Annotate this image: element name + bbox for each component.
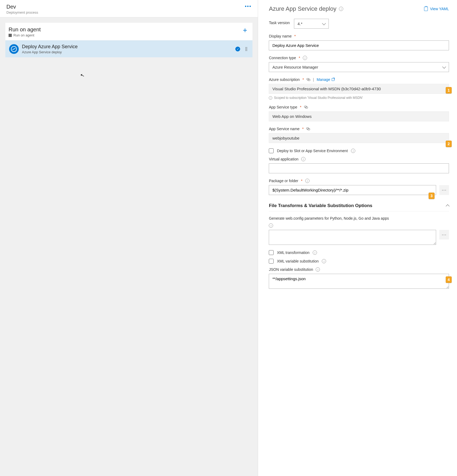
info-icon[interactable]: i <box>322 259 326 263</box>
display-name-label: Display name* <box>269 34 449 38</box>
xml-varsub-label: XML variable substitution <box>277 259 319 263</box>
clipboard-icon <box>424 7 428 11</box>
task-list: Run on agent Run on agent + Deploy Azure… <box>0 17 258 476</box>
webconfig-input[interactable] <box>269 230 436 245</box>
info-icon: i <box>269 96 272 100</box>
annotation-badge-3: 3 <box>429 193 435 199</box>
app-service-type-label: App Service type* <box>269 105 449 109</box>
drag-handle-icon[interactable] <box>246 47 247 51</box>
annotation-badge-4: 4 <box>446 276 452 283</box>
browse-button[interactable]: ··· <box>439 185 449 195</box>
info-icon[interactable]: i <box>303 56 307 60</box>
cursor-icon: ↖ <box>80 72 85 78</box>
virtual-app-label: Virtual application i <box>269 157 449 161</box>
info-icon[interactable]: i <box>351 149 355 153</box>
json-varsub-label: JSON variable substitution i <box>269 267 449 272</box>
virtual-app-input[interactable] <box>269 163 449 173</box>
browse-button[interactable]: ··· <box>439 230 449 239</box>
link-icon[interactable] <box>307 78 310 81</box>
agent-job-title: Run on agent <box>9 27 41 33</box>
section-toggle[interactable]: File Transforms & Variable Substitution … <box>269 200 449 211</box>
webconfig-label: Generate web.config parameters for Pytho… <box>269 216 449 221</box>
package-label: Package or folder* i <box>269 179 449 183</box>
left-panel: Dev Deployment process ••• Run on agent … <box>0 0 258 476</box>
package-input[interactable] <box>269 185 436 195</box>
view-yaml-button[interactable]: View YAML <box>424 7 449 11</box>
annotation-badge-1: 1 <box>446 87 452 93</box>
stage-subtitle: Deployment process <box>6 10 38 14</box>
server-icon <box>9 34 12 37</box>
task-version-select[interactable]: 4.* <box>294 19 329 29</box>
info-icon[interactable]: i <box>305 179 309 183</box>
external-link-icon <box>332 78 334 81</box>
info-icon[interactable]: i <box>301 157 305 161</box>
deploy-slot-checkbox[interactable] <box>269 148 274 153</box>
json-varsub-input[interactable] <box>269 274 449 289</box>
app-service-type-select[interactable]: Web App on Windows <box>269 111 449 121</box>
connection-type-label: Connection type* i <box>269 56 449 60</box>
right-panel: Azure App Service deploy i View YAML Tas… <box>258 0 457 476</box>
azure-subscription-select[interactable]: Visual Studio Professional with MSDN (b3… <box>269 84 449 94</box>
link-icon[interactable] <box>306 127 310 131</box>
check-icon: ✓ <box>235 47 240 51</box>
panel-title: Azure App Service deploy i <box>269 5 343 12</box>
connection-type-select[interactable]: Azure Resource Manager <box>269 62 449 72</box>
xml-transform-label: XML transformation <box>277 250 309 255</box>
agent-job-subtitle: Run on agent <box>9 33 41 37</box>
azure-subscription-label: Azure subscription* | Manage <box>269 77 449 82</box>
azure-app-service-icon <box>9 44 19 54</box>
xml-varsub-checkbox[interactable] <box>269 259 274 264</box>
app-service-name-label: App Service name* <box>269 127 449 131</box>
app-service-name-select[interactable]: webjobyoutube <box>269 133 449 143</box>
chevron-up-icon <box>446 204 450 208</box>
more-menu-icon[interactable]: ••• <box>245 4 252 9</box>
info-icon[interactable]: i <box>316 267 320 272</box>
display-name-input[interactable] <box>269 40 449 50</box>
stage-title: Dev <box>6 4 38 10</box>
deploy-slot-label: Deploy to Slot or App Service Environmen… <box>277 149 348 153</box>
xml-transform-checkbox[interactable] <box>269 250 274 255</box>
chevron-down-icon <box>322 21 326 25</box>
chevron-down-icon <box>442 65 446 68</box>
agent-job-row[interactable]: Run on agent Run on agent + <box>5 23 252 40</box>
scoped-note: i Scoped to subscription 'Visual Studio … <box>269 96 449 100</box>
task-row-selected[interactable]: Deploy Azure App Service Azure App Servi… <box>5 40 252 57</box>
link-icon[interactable] <box>304 105 308 109</box>
stage-header: Dev Deployment process ••• <box>0 0 258 17</box>
info-icon[interactable]: i <box>339 7 343 11</box>
task-title: Deploy Azure App Service <box>22 44 232 50</box>
info-icon[interactable]: i <box>313 250 317 255</box>
task-subtitle: Azure App Service deploy <box>22 50 232 54</box>
annotation-badge-2: 2 <box>446 141 452 147</box>
manage-link[interactable]: Manage <box>317 77 335 82</box>
task-version-label: Task version <box>269 21 290 25</box>
add-task-button[interactable]: + <box>243 27 247 34</box>
info-icon[interactable]: i <box>269 223 273 228</box>
